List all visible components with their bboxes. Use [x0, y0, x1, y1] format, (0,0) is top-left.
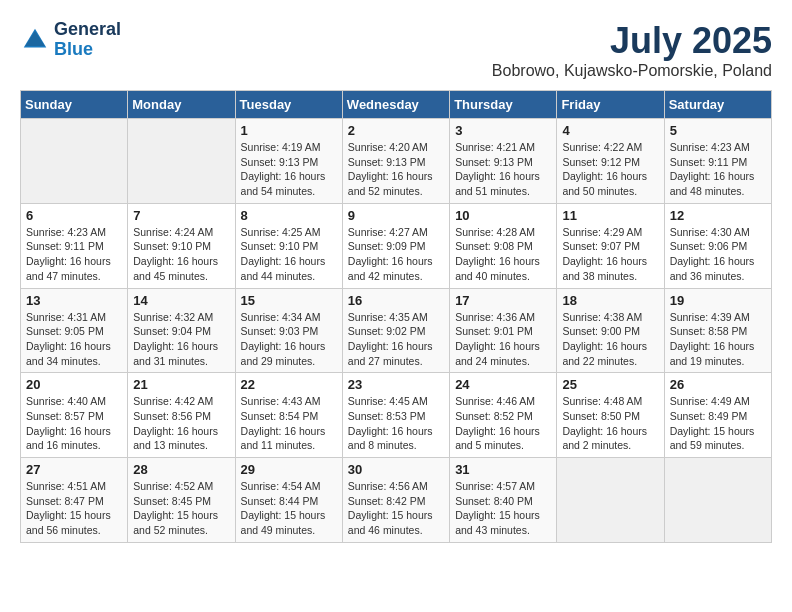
location: Bobrowo, Kujawsko-Pomorskie, Poland	[492, 62, 772, 80]
weekday-header-monday: Monday	[128, 91, 235, 119]
calendar-cell: 29Sunrise: 4:54 AM Sunset: 8:44 PM Dayli…	[235, 458, 342, 543]
calendar-cell: 5Sunrise: 4:23 AM Sunset: 9:11 PM Daylig…	[664, 119, 771, 204]
day-number: 30	[348, 462, 444, 477]
calendar-cell: 17Sunrise: 4:36 AM Sunset: 9:01 PM Dayli…	[450, 288, 557, 373]
day-info: Sunrise: 4:22 AM Sunset: 9:12 PM Dayligh…	[562, 140, 658, 199]
calendar-cell: 21Sunrise: 4:42 AM Sunset: 8:56 PM Dayli…	[128, 373, 235, 458]
calendar-cell: 25Sunrise: 4:48 AM Sunset: 8:50 PM Dayli…	[557, 373, 664, 458]
calendar-cell: 10Sunrise: 4:28 AM Sunset: 9:08 PM Dayli…	[450, 203, 557, 288]
calendar-header-row: SundayMondayTuesdayWednesdayThursdayFrid…	[21, 91, 772, 119]
day-number: 28	[133, 462, 229, 477]
calendar-cell: 27Sunrise: 4:51 AM Sunset: 8:47 PM Dayli…	[21, 458, 128, 543]
logo-line2: Blue	[54, 40, 121, 60]
calendar-cell: 4Sunrise: 4:22 AM Sunset: 9:12 PM Daylig…	[557, 119, 664, 204]
calendar-cell: 18Sunrise: 4:38 AM Sunset: 9:00 PM Dayli…	[557, 288, 664, 373]
day-number: 8	[241, 208, 337, 223]
day-info: Sunrise: 4:49 AM Sunset: 8:49 PM Dayligh…	[670, 394, 766, 453]
day-info: Sunrise: 4:20 AM Sunset: 9:13 PM Dayligh…	[348, 140, 444, 199]
day-info: Sunrise: 4:21 AM Sunset: 9:13 PM Dayligh…	[455, 140, 551, 199]
day-info: Sunrise: 4:34 AM Sunset: 9:03 PM Dayligh…	[241, 310, 337, 369]
day-number: 7	[133, 208, 229, 223]
day-info: Sunrise: 4:56 AM Sunset: 8:42 PM Dayligh…	[348, 479, 444, 538]
weekday-header-tuesday: Tuesday	[235, 91, 342, 119]
calendar-cell: 13Sunrise: 4:31 AM Sunset: 9:05 PM Dayli…	[21, 288, 128, 373]
calendar-cell: 9Sunrise: 4:27 AM Sunset: 9:09 PM Daylig…	[342, 203, 449, 288]
day-info: Sunrise: 4:38 AM Sunset: 9:00 PM Dayligh…	[562, 310, 658, 369]
calendar-cell: 12Sunrise: 4:30 AM Sunset: 9:06 PM Dayli…	[664, 203, 771, 288]
calendar-table: SundayMondayTuesdayWednesdayThursdayFrid…	[20, 90, 772, 543]
day-number: 27	[26, 462, 122, 477]
calendar-cell	[557, 458, 664, 543]
day-info: Sunrise: 4:52 AM Sunset: 8:45 PM Dayligh…	[133, 479, 229, 538]
day-number: 1	[241, 123, 337, 138]
day-number: 15	[241, 293, 337, 308]
calendar-cell: 22Sunrise: 4:43 AM Sunset: 8:54 PM Dayli…	[235, 373, 342, 458]
day-info: Sunrise: 4:27 AM Sunset: 9:09 PM Dayligh…	[348, 225, 444, 284]
calendar-week-1: 1Sunrise: 4:19 AM Sunset: 9:13 PM Daylig…	[21, 119, 772, 204]
month-title: July 2025	[492, 20, 772, 62]
day-number: 18	[562, 293, 658, 308]
day-number: 6	[26, 208, 122, 223]
calendar-cell: 14Sunrise: 4:32 AM Sunset: 9:04 PM Dayli…	[128, 288, 235, 373]
calendar-cell	[128, 119, 235, 204]
day-info: Sunrise: 4:48 AM Sunset: 8:50 PM Dayligh…	[562, 394, 658, 453]
day-number: 4	[562, 123, 658, 138]
day-info: Sunrise: 4:54 AM Sunset: 8:44 PM Dayligh…	[241, 479, 337, 538]
calendar-week-5: 27Sunrise: 4:51 AM Sunset: 8:47 PM Dayli…	[21, 458, 772, 543]
weekday-header-saturday: Saturday	[664, 91, 771, 119]
weekday-header-wednesday: Wednesday	[342, 91, 449, 119]
logo-icon	[20, 25, 50, 55]
day-number: 26	[670, 377, 766, 392]
day-number: 22	[241, 377, 337, 392]
calendar-cell: 1Sunrise: 4:19 AM Sunset: 9:13 PM Daylig…	[235, 119, 342, 204]
day-info: Sunrise: 4:29 AM Sunset: 9:07 PM Dayligh…	[562, 225, 658, 284]
day-number: 14	[133, 293, 229, 308]
day-number: 12	[670, 208, 766, 223]
calendar-cell: 6Sunrise: 4:23 AM Sunset: 9:11 PM Daylig…	[21, 203, 128, 288]
day-number: 31	[455, 462, 551, 477]
day-info: Sunrise: 4:40 AM Sunset: 8:57 PM Dayligh…	[26, 394, 122, 453]
calendar-cell	[21, 119, 128, 204]
day-info: Sunrise: 4:23 AM Sunset: 9:11 PM Dayligh…	[26, 225, 122, 284]
calendar-cell: 2Sunrise: 4:20 AM Sunset: 9:13 PM Daylig…	[342, 119, 449, 204]
calendar-cell: 31Sunrise: 4:57 AM Sunset: 8:40 PM Dayli…	[450, 458, 557, 543]
day-info: Sunrise: 4:43 AM Sunset: 8:54 PM Dayligh…	[241, 394, 337, 453]
day-number: 29	[241, 462, 337, 477]
calendar-cell: 7Sunrise: 4:24 AM Sunset: 9:10 PM Daylig…	[128, 203, 235, 288]
day-info: Sunrise: 4:46 AM Sunset: 8:52 PM Dayligh…	[455, 394, 551, 453]
calendar-cell: 24Sunrise: 4:46 AM Sunset: 8:52 PM Dayli…	[450, 373, 557, 458]
day-info: Sunrise: 4:32 AM Sunset: 9:04 PM Dayligh…	[133, 310, 229, 369]
weekday-header-sunday: Sunday	[21, 91, 128, 119]
day-info: Sunrise: 4:25 AM Sunset: 9:10 PM Dayligh…	[241, 225, 337, 284]
day-number: 10	[455, 208, 551, 223]
title-block: July 2025 Bobrowo, Kujawsko-Pomorskie, P…	[492, 20, 772, 80]
day-info: Sunrise: 4:51 AM Sunset: 8:47 PM Dayligh…	[26, 479, 122, 538]
weekday-header-friday: Friday	[557, 91, 664, 119]
day-info: Sunrise: 4:45 AM Sunset: 8:53 PM Dayligh…	[348, 394, 444, 453]
day-info: Sunrise: 4:30 AM Sunset: 9:06 PM Dayligh…	[670, 225, 766, 284]
calendar-cell: 30Sunrise: 4:56 AM Sunset: 8:42 PM Dayli…	[342, 458, 449, 543]
logo-line1: General	[54, 20, 121, 40]
calendar-cell	[664, 458, 771, 543]
calendar-cell: 15Sunrise: 4:34 AM Sunset: 9:03 PM Dayli…	[235, 288, 342, 373]
calendar-cell: 8Sunrise: 4:25 AM Sunset: 9:10 PM Daylig…	[235, 203, 342, 288]
day-info: Sunrise: 4:28 AM Sunset: 9:08 PM Dayligh…	[455, 225, 551, 284]
calendar-cell: 3Sunrise: 4:21 AM Sunset: 9:13 PM Daylig…	[450, 119, 557, 204]
calendar-cell: 16Sunrise: 4:35 AM Sunset: 9:02 PM Dayli…	[342, 288, 449, 373]
day-info: Sunrise: 4:31 AM Sunset: 9:05 PM Dayligh…	[26, 310, 122, 369]
day-info: Sunrise: 4:57 AM Sunset: 8:40 PM Dayligh…	[455, 479, 551, 538]
day-info: Sunrise: 4:35 AM Sunset: 9:02 PM Dayligh…	[348, 310, 444, 369]
day-number: 5	[670, 123, 766, 138]
weekday-header-thursday: Thursday	[450, 91, 557, 119]
calendar-cell: 11Sunrise: 4:29 AM Sunset: 9:07 PM Dayli…	[557, 203, 664, 288]
day-number: 23	[348, 377, 444, 392]
day-number: 13	[26, 293, 122, 308]
calendar-cell: 19Sunrise: 4:39 AM Sunset: 8:58 PM Dayli…	[664, 288, 771, 373]
day-number: 16	[348, 293, 444, 308]
calendar-cell: 28Sunrise: 4:52 AM Sunset: 8:45 PM Dayli…	[128, 458, 235, 543]
calendar-cell: 20Sunrise: 4:40 AM Sunset: 8:57 PM Dayli…	[21, 373, 128, 458]
day-info: Sunrise: 4:19 AM Sunset: 9:13 PM Dayligh…	[241, 140, 337, 199]
day-number: 3	[455, 123, 551, 138]
logo: General Blue	[20, 20, 121, 60]
page-header: General Blue July 2025 Bobrowo, Kujawsko…	[20, 20, 772, 80]
